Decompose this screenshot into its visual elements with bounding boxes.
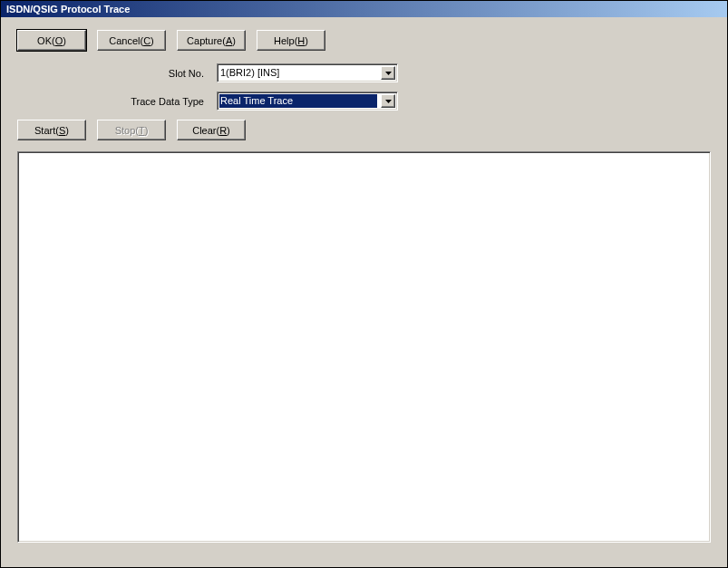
clear-button-label-pre: Clear( <box>192 125 219 136</box>
start-button[interactable]: Start(S) <box>17 120 86 140</box>
capture-button[interactable]: Capture(A) <box>177 30 246 51</box>
client-area: OK(O) Cancel(C) Capture(A) Help(H) Slot … <box>1 17 727 567</box>
capture-button-accel: A <box>226 35 232 46</box>
chevron-down-icon <box>385 72 392 75</box>
clear-button-accel: R <box>219 125 227 136</box>
ok-button-label-pre: OK( <box>37 35 55 46</box>
stop-button-label-post: ) <box>145 125 149 136</box>
help-button-label-pre: Help( <box>274 35 297 46</box>
titlebar: ISDN/QSIG Protocol Trace <box>1 1 727 17</box>
window-frame: ISDN/QSIG Protocol Trace OK(O) Cancel(C)… <box>0 0 728 568</box>
window-title: ISDN/QSIG Protocol Trace <box>6 4 130 14</box>
ok-button-accel: O <box>55 35 63 46</box>
ok-button-label-post: ) <box>63 35 66 46</box>
help-button-accel: H <box>297 35 305 46</box>
capture-button-label-pre: Capture( <box>187 35 226 46</box>
trace-output[interactable] <box>17 151 711 543</box>
form-area: Slot No. 1(BRI2) [INS] Trace Data Type R… <box>108 63 711 111</box>
stop-button: Stop(T) <box>97 120 166 140</box>
trace-toolbar: Start(S) Stop(T) Clear(R) <box>17 120 711 140</box>
trace-type-label: Trace Data Type <box>108 96 217 107</box>
slot-select[interactable]: 1(BRI2) [INS] <box>217 63 398 82</box>
trace-type-select-value: Real Time Trace <box>219 94 377 108</box>
start-button-label-pre: Start( <box>34 125 59 136</box>
slot-select-value: 1(BRI2) [INS] <box>218 64 379 82</box>
ok-button[interactable]: OK(O) <box>17 30 86 51</box>
cancel-button-accel: C <box>143 35 150 46</box>
capture-button-label-post: ) <box>232 35 236 46</box>
cancel-button-label-pre: Cancel( <box>109 35 143 46</box>
slot-label: Slot No. <box>108 68 217 79</box>
cancel-button[interactable]: Cancel(C) <box>97 30 166 51</box>
trace-type-select-arrow[interactable] <box>381 94 395 108</box>
stop-button-label-pre: Stop( <box>115 125 139 136</box>
slot-row: Slot No. 1(BRI2) [INS] <box>108 63 711 82</box>
main-toolbar: OK(O) Cancel(C) Capture(A) Help(H) <box>17 30 711 51</box>
help-button-label-post: ) <box>305 35 308 46</box>
clear-button[interactable]: Clear(R) <box>177 120 246 140</box>
cancel-button-label-post: ) <box>150 35 154 46</box>
start-button-accel: S <box>59 125 65 136</box>
chevron-down-icon <box>385 100 392 103</box>
clear-button-label-post: ) <box>227 125 230 136</box>
start-button-label-post: ) <box>65 125 69 136</box>
trace-type-row: Trace Data Type Real Time Trace <box>108 91 711 111</box>
help-button[interactable]: Help(H) <box>257 30 325 51</box>
slot-select-arrow[interactable] <box>381 66 395 80</box>
stop-button-accel: T <box>139 125 145 136</box>
trace-type-select[interactable]: Real Time Trace <box>217 91 398 111</box>
